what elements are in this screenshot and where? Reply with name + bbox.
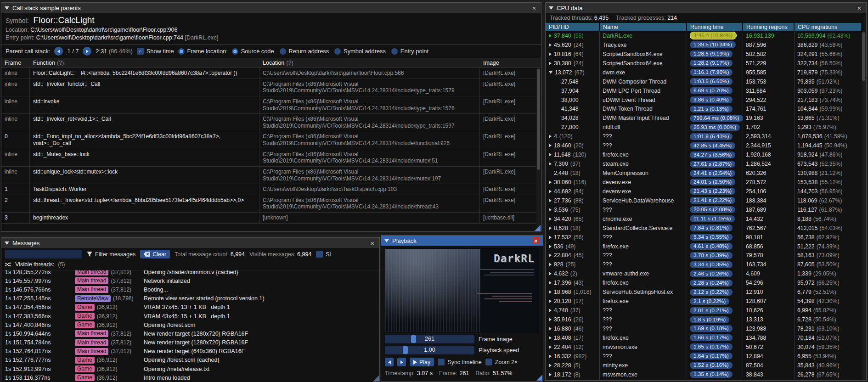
scrollbar-thumb[interactable]	[537, 69, 540, 170]
column-header-running-time[interactable]: Running time	[687, 23, 743, 31]
callstack-scrollbar[interactable]	[536, 68, 541, 231]
expand-arrow-icon[interactable]	[549, 336, 552, 340]
message-row[interactable]: 1s 147,255,145nsRemoteView(18,796)Remote…	[1, 294, 379, 303]
collapse-arrow-icon[interactable]	[384, 239, 389, 242]
expand-arrow-icon[interactable]	[549, 199, 552, 202]
cpu-row[interactable]: 34,028DWM Master Input Thread799.64 ms (…	[546, 113, 862, 123]
message-row[interactable]: 1s 147,383,566nsGame(36,912)VRAM 43x45: …	[1, 312, 379, 320]
close-icon[interactable]: ×	[532, 237, 540, 244]
cpu-row[interactable]: 16,880(46)???1.69 s (0.18%)123,98878,231…	[546, 324, 862, 333]
expand-arrow-icon[interactable]	[549, 190, 552, 193]
cpu-row[interactable]: 38,000uDWM Event Thread3.86 s (0.40%)294…	[546, 96, 862, 105]
cpu-row[interactable]: 28,228(5)mintty.exe1.52 s (0.16%)87,5043…	[546, 361, 862, 370]
sync-timeline-checkbox[interactable]: Sync timeline	[438, 359, 481, 365]
cpu-row[interactable]: 44,692(84)devenv.exe21.43 s (2.23%)254,1…	[546, 187, 862, 196]
radio-icon[interactable]	[280, 48, 286, 55]
message-row[interactable]: 1s 152,764,817nsMain thread(37,812)New r…	[1, 347, 379, 356]
play-button[interactable]: Play	[410, 358, 434, 366]
cpu-row[interactable]: 4,632(2)vmware-authd.exe2.46 s (0.26%)4,…	[546, 269, 862, 278]
expand-arrow-icon[interactable]	[549, 43, 552, 47]
column-header-pid[interactable]: PID/TID	[546, 23, 600, 31]
zoom-checkbox[interactable]: Zoom 2×	[485, 359, 518, 365]
expand-arrow-icon[interactable]	[549, 345, 552, 349]
expand-arrow-icon[interactable]	[549, 253, 552, 257]
expand-arrow-icon[interactable]	[549, 34, 552, 38]
expand-arrow-icon[interactable]	[549, 354, 552, 358]
expand-arrow-icon[interactable]	[549, 373, 552, 376]
close-icon[interactable]: ×	[369, 239, 376, 247]
checkbox-icon[interactable]	[485, 359, 492, 365]
collapse-arrow-icon[interactable]	[5, 6, 9, 10]
radio-option[interactable]: Source code	[232, 48, 274, 55]
cpu-row[interactable]: 27,548DWM Compositor Thread1:03.5 (6.60%…	[546, 77, 862, 86]
column-header-running-regions[interactable]: Running regions	[743, 23, 795, 31]
expand-arrow-icon[interactable]	[549, 135, 552, 138]
clipped-checkbox[interactable]: Sl	[316, 251, 331, 258]
message-row[interactable]: 1s 152,776,777nsGame(36,912)Opening /for…	[1, 356, 379, 365]
cpu-row[interactable]: 30,060(116)devenv.exe24.01 s (2.50%)278,…	[546, 178, 862, 187]
expand-arrow-icon[interactable]	[549, 290, 552, 294]
collapse-arrow-icon[interactable]	[549, 6, 553, 10]
expand-arrow-icon[interactable]	[549, 263, 552, 266]
cpu-row[interactable]: 41,348DWM Token Thread1.21 s (0.13%)174,…	[546, 105, 862, 114]
resize-grip[interactable]	[536, 375, 542, 381]
cpu-row[interactable]: 13,072(67)dwm.exe1:16.1 (7.90%)955,58571…	[546, 68, 862, 77]
cpu-row[interactable]: 10,816(64)ScriptedSandbox64.exe1:28.5 (9…	[546, 50, 862, 59]
callstack-row[interactable]: 0std::_Func_impl_no_alloc<<lambda_5bc224…	[1, 131, 541, 149]
cpu-row[interactable]: 35,916(26)???1.8 s (0.19%)13,3136,728(50…	[546, 315, 862, 324]
cpu-row[interactable]: 16,332(982)???1.64 s (0.17%)12,8946,955(…	[546, 352, 862, 361]
callstack-row[interactable]: 3beginthreadex[unknown][ucrtbase.dll]	[1, 213, 541, 224]
cpu-row[interactable]: 18,460(20)???42.85 s (4.45%)2,344,9151,1…	[546, 141, 862, 150]
cpu-row[interactable]: 928(25)???3.34 s (0.35%)163,73487,605(53…	[546, 260, 862, 269]
resize-grip[interactable]	[373, 376, 379, 382]
frame-image-slider[interactable]: 261	[385, 335, 474, 343]
callstack-row[interactable]: inlinestd::invokeC:\Program Files (x86)\…	[1, 96, 541, 114]
close-icon[interactable]: ×	[530, 4, 538, 11]
radio-option[interactable]: Return address	[280, 48, 329, 55]
expand-arrow-icon[interactable]	[549, 226, 552, 230]
cpu-row[interactable]: 536(49)firefox.exe4.61 s (0.48%)68,85651…	[546, 242, 862, 251]
message-row[interactable]: 1s 153,116,377nsGame(36,912)Intro menu l…	[1, 373, 379, 382]
message-row[interactable]: 1s 146,576,766nsMain thread(37,812)Booti…	[1, 285, 379, 294]
expand-arrow-icon[interactable]	[549, 299, 552, 303]
expand-arrow-icon[interactable]	[549, 162, 552, 166]
next-callstack-button[interactable]	[83, 47, 91, 56]
cpu-row[interactable]: 4,740(37)???2.01 s (0.21%)10,6266,994(65…	[546, 306, 862, 315]
message-row[interactable]: 1s 151,754,784nsMain thread(37,812)New r…	[1, 338, 379, 347]
cpu-row[interactable]: 45,620(24)Tracy.exe1:39.5 (10.34%)887,59…	[546, 40, 862, 50]
cpu-row[interactable]: 27,800ntdll.dll25.93 ms (0.00%)1,7021,29…	[546, 123, 862, 132]
column-header-name[interactable]: Name	[600, 23, 687, 31]
messages-titlebar[interactable]: Messages ×	[1, 238, 379, 248]
column-header-image[interactable]: Image	[480, 58, 541, 67]
radio-icon[interactable]	[232, 48, 238, 55]
cpu-row[interactable]: 2,448(18)MemCompression24.41 s (2.54%)62…	[546, 169, 862, 178]
shuffle-icon[interactable]	[5, 262, 11, 267]
callstack-titlebar[interactable]: Call stack sample parents ×	[1, 3, 541, 13]
close-icon[interactable]: ×	[856, 4, 863, 11]
message-row[interactable]: 1s 150,994,644nsMain thread(37,812)New r…	[1, 329, 379, 338]
next-frame-button[interactable]	[397, 358, 406, 366]
cpu-row[interactable]: 22,804(45)???3.78 s (0.39%)79,57858,163(…	[546, 251, 862, 260]
expand-arrow-icon[interactable]	[549, 144, 552, 147]
column-header-location[interactable]: Location(?)	[259, 58, 480, 67]
expand-arrow-icon[interactable]	[549, 318, 552, 321]
expand-arrow-icon[interactable]	[549, 236, 552, 239]
expand-arrow-icon[interactable]	[549, 281, 552, 285]
visible-threads-label[interactable]: Visible threads:	[15, 261, 54, 268]
prev-callstack-button[interactable]	[54, 47, 63, 56]
expand-arrow-icon[interactable]	[549, 153, 552, 157]
callstack-row[interactable]: 2std::thread::_Invoke<std::tuple<<lambda…	[1, 195, 541, 213]
cpu-row[interactable]: 18,408(17)firefox.exe1.66 s (0.17%)134,7…	[546, 333, 862, 343]
scrollbar-thumb[interactable]	[862, 32, 865, 81]
message-row[interactable]: 1s 145,557,997nsMain thread(37,812)Netwo…	[1, 276, 379, 285]
collapse-arrow-icon[interactable]	[5, 242, 9, 245]
radio-option[interactable]: Symbol address	[334, 48, 386, 55]
playback-titlebar[interactable]: Playback ×	[381, 236, 543, 246]
callstack-row[interactable]: 1TaskDispatch::WorkerC:\Users\wolf\Deskt…	[1, 184, 541, 195]
cpu-row[interactable]: 37,840(55)DarkRL.exe1:45.4 (10.94%)16,93…	[546, 31, 862, 40]
cpu-row[interactable]: 37,904DWM LPC Port Thread6.69 s (0.70%)3…	[546, 86, 862, 96]
cpu-scrollbar[interactable]	[862, 31, 866, 380]
cpu-titlebar[interactable]: CPU data ×	[546, 3, 866, 13]
expand-arrow-icon[interactable]	[549, 180, 552, 184]
callstack-row[interactable]: inlinestd::_Invoker_functor::_CallC:\Pro…	[1, 79, 541, 96]
